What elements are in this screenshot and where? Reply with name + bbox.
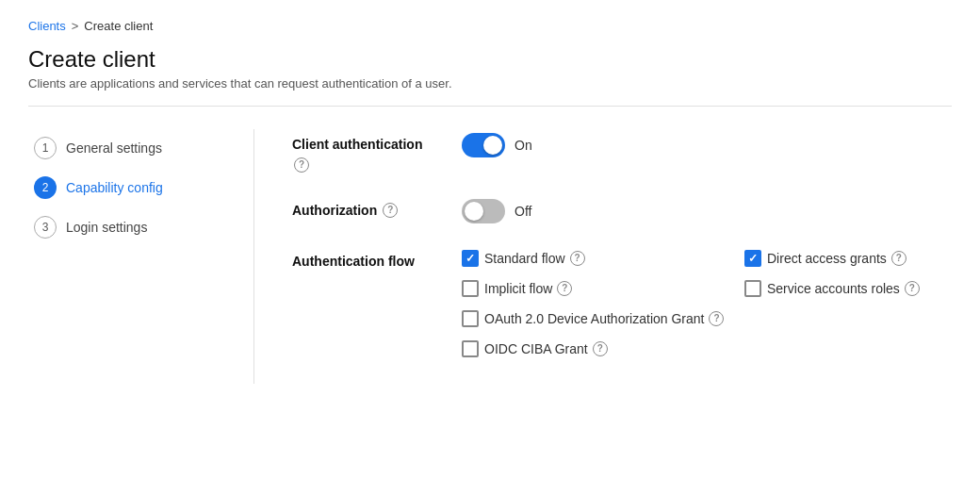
sidebar-label-capability-config: Capability config (66, 180, 163, 195)
empty-cell (744, 310, 980, 327)
content-layout: 1 General settings 2 Capability config 3… (28, 129, 952, 384)
auth-flow-label: Authentication flow (292, 250, 415, 269)
oauth-device-info-icon[interactable]: ? (709, 311, 724, 326)
oauth-device-checkbox[interactable] (462, 310, 479, 327)
authorization-control: Off (462, 199, 531, 223)
main-content: Client authentication ? On (254, 129, 980, 384)
breadcrumb-clients-link[interactable]: Clients (28, 19, 66, 33)
authorization-toggle[interactable] (462, 199, 505, 223)
implicit-flow-item: Implicit flow ? (462, 280, 735, 297)
direct-access-info-icon[interactable]: ? (891, 251, 906, 266)
direct-access-item: ✓ Direct access grants ? (744, 250, 980, 267)
auth-flow-control: ✓ Standard flow ? ✓ (462, 250, 980, 357)
client-auth-toggle[interactable] (462, 133, 505, 157)
breadcrumb-current: Create client (84, 19, 153, 33)
standard-flow-info-icon[interactable]: ? (570, 251, 585, 266)
client-auth-row: Client authentication ? On (292, 133, 980, 173)
sidebar-item-general-settings[interactable]: 1 General settings (28, 129, 225, 167)
sidebar-label-login-settings: Login settings (66, 220, 147, 235)
sidebar-item-login-settings[interactable]: 3 Login settings (28, 208, 225, 246)
breadcrumb-separator: > (72, 19, 79, 33)
service-accounts-checkbox[interactable] (744, 280, 761, 297)
sidebar: 1 General settings 2 Capability config 3… (28, 129, 254, 384)
client-auth-info-icon[interactable]: ? (294, 157, 309, 173)
standard-flow-checkbox[interactable]: ✓ (462, 250, 479, 267)
step-indicator-1: 1 (34, 137, 57, 159)
standard-flow-checkmark: ✓ (466, 253, 475, 264)
authorization-toggle-thumb (465, 202, 483, 221)
direct-access-checkbox[interactable]: ✓ (744, 250, 761, 267)
standard-flow-label: Standard flow ? (484, 251, 585, 266)
sidebar-item-capability-config[interactable]: 2 Capability config (28, 169, 225, 206)
sidebar-label-general-settings: General settings (66, 140, 162, 156)
authorization-off-label: Off (514, 204, 531, 219)
client-auth-toggle-thumb (483, 136, 502, 155)
implicit-flow-label: Implicit flow ? (484, 281, 572, 296)
service-accounts-info-icon[interactable]: ? (905, 281, 920, 296)
page-subtitle: Clients are applications and services th… (28, 76, 952, 91)
oidc-ciba-item: OIDC CIBA Grant ? (462, 340, 735, 357)
oauth-device-item: OAuth 2.0 Device Authorization Grant ? (462, 310, 735, 327)
oidc-ciba-checkbox[interactable] (462, 340, 479, 357)
standard-flow-item: ✓ Standard flow ? (462, 250, 735, 267)
oidc-ciba-info-icon[interactable]: ? (593, 341, 608, 356)
authorization-label: Authorization (292, 203, 377, 218)
oauth-device-label: OAuth 2.0 Device Authorization Grant ? (484, 311, 724, 326)
implicit-flow-info-icon[interactable]: ? (557, 281, 572, 296)
page-container: Clients > Create client Create client Cl… (0, 0, 980, 479)
implicit-flow-checkbox[interactable] (462, 280, 479, 297)
authorization-row: Authorization ? Off (292, 199, 980, 223)
client-auth-on-label: On (514, 138, 532, 153)
direct-access-checkmark: ✓ (748, 253, 758, 264)
section-divider (28, 106, 952, 107)
breadcrumb: Clients > Create client (28, 19, 952, 33)
step-indicator-3: 3 (34, 216, 57, 239)
service-accounts-item: Service accounts roles ? (744, 280, 980, 297)
auth-flow-row: Authentication flow ✓ Standard flow ? (292, 250, 980, 357)
page-title: Create client (28, 46, 952, 73)
step-indicator-2: 2 (34, 176, 57, 199)
service-accounts-label: Service accounts roles ? (767, 281, 920, 296)
direct-access-label: Direct access grants ? (767, 251, 906, 266)
oidc-ciba-label: OIDC CIBA Grant ? (484, 341, 608, 356)
client-auth-label: Client authentication (292, 133, 462, 152)
auth-flow-grid: ✓ Standard flow ? ✓ (462, 250, 980, 357)
client-auth-control: On (462, 133, 532, 157)
authorization-info-icon[interactable]: ? (383, 203, 398, 218)
